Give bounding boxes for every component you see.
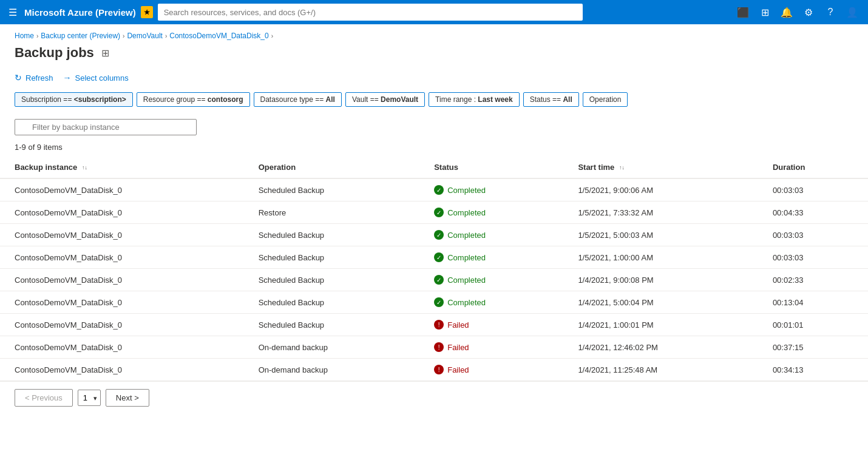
cell-duration: 00:04:33 — [758, 201, 868, 224]
breadcrumb-home[interactable]: Home — [15, 32, 34, 40]
cell-operation: Scheduled Backup — [244, 291, 420, 314]
table-row[interactable]: ContosoDemoVM_DataDisk_0 Restore ✓ Compl… — [0, 201, 868, 224]
cell-duration: 00:37:15 — [758, 336, 868, 359]
status-completed: ✓ Completed — [434, 185, 549, 195]
cell-instance: ContosoDemoVM_DataDisk_0 — [0, 201, 244, 224]
portal-menu-icon[interactable]: ⊞ — [755, 2, 775, 22]
filter-resource-group[interactable]: Resource group == contosorg — [137, 92, 250, 107]
cell-operation: Scheduled Backup — [244, 269, 420, 291]
table-header-row: Backup instance ↑↓ Operation Status Star… — [0, 157, 868, 178]
status-icon-completed: ✓ — [434, 252, 444, 262]
main-content: Home › Backup center (Preview) › DemoVau… — [0, 24, 868, 460]
status-text: Failed — [447, 365, 469, 374]
count-row: 1-9 of 9 items — [0, 140, 868, 157]
filter-status[interactable]: Status == All — [523, 92, 579, 107]
cell-instance: ContosoDemoVM_DataDisk_0 — [0, 291, 244, 314]
col-duration: Duration — [758, 157, 868, 178]
status-text: Completed — [447, 276, 486, 285]
global-search-input[interactable] — [158, 4, 583, 21]
pagination: < Previous 1 Next > — [0, 381, 868, 414]
toolbar: ↻ Refresh → Select columns — [0, 70, 868, 92]
next-button[interactable]: Next > — [106, 389, 149, 407]
backup-jobs-table: Backup instance ↑↓ Operation Status Star… — [0, 157, 868, 381]
topbar-icon-group: ⬛ ⊞ 🔔 ⚙ ? 👤 — [733, 2, 862, 22]
col-start-time[interactable]: Start time ↑↓ — [563, 157, 758, 178]
sort-icon-start-time: ↑↓ — [619, 165, 625, 171]
breadcrumb-backup-center[interactable]: Backup center (Preview) — [41, 32, 120, 40]
filter-operation-label: Operation — [589, 95, 622, 104]
cell-operation: Scheduled Backup — [244, 314, 420, 336]
status-text: Failed — [447, 320, 469, 330]
refresh-icon: ↻ — [15, 73, 22, 83]
breadcrumb-sep-3: › — [165, 33, 167, 39]
table-row[interactable]: ContosoDemoVM_DataDisk_0 Scheduled Backu… — [0, 224, 868, 246]
status-icon-completed: ✓ — [434, 230, 444, 240]
help-icon[interactable]: ? — [821, 2, 840, 22]
filter-vault-label: Vault == DemoVault — [352, 95, 418, 104]
columns-label: Select columns — [75, 73, 129, 83]
cell-operation: On-demand backup — [244, 336, 420, 359]
cell-status: ✓ Completed — [419, 269, 563, 291]
cloud-shell-icon[interactable]: ⬛ — [733, 2, 753, 22]
table-row[interactable]: ContosoDemoVM_DataDisk_0 Scheduled Backu… — [0, 269, 868, 291]
table-row[interactable]: ContosoDemoVM_DataDisk_0 Scheduled Backu… — [0, 178, 868, 201]
cell-instance: ContosoDemoVM_DataDisk_0 — [0, 336, 244, 359]
table-row[interactable]: ContosoDemoVM_DataDisk_0 Scheduled Backu… — [0, 314, 868, 336]
filter-vault[interactable]: Vault == DemoVault — [345, 92, 425, 107]
cell-operation: On-demand backup — [244, 359, 420, 381]
columns-icon: → — [63, 73, 72, 83]
status-text: Completed — [447, 298, 486, 307]
count-label: 1-9 of 9 items — [15, 143, 63, 152]
breadcrumb-sep-4: › — [271, 33, 273, 39]
cell-instance: ContosoDemoVM_DataDisk_0 — [0, 314, 244, 336]
notifications-icon[interactable]: 🔔 — [777, 2, 796, 22]
search-filter-row — [0, 114, 868, 140]
status-completed: ✓ Completed — [434, 208, 549, 217]
cell-instance: ContosoDemoVM_DataDisk_0 — [0, 246, 244, 269]
settings-icon[interactable]: ⚙ — [799, 2, 818, 22]
status-text: Failed — [447, 343, 469, 352]
status-icon-failed: ! — [434, 320, 444, 330]
cell-status: ✓ Completed — [419, 246, 563, 269]
page-title: Backup jobs — [15, 45, 94, 61]
status-text: Completed — [447, 186, 486, 195]
app-title: Microsoft Azure (Preview) — [24, 7, 136, 18]
status-text: Completed — [447, 231, 486, 240]
cell-operation: Scheduled Backup — [244, 246, 420, 269]
breadcrumb-vm-disk[interactable]: ContosoDemoVM_DataDisk_0 — [169, 32, 268, 40]
refresh-label: Refresh — [25, 73, 53, 83]
status-icon-completed: ✓ — [434, 185, 444, 195]
cell-operation: Restore — [244, 201, 420, 224]
cell-duration: 00:03:03 — [758, 224, 868, 246]
filter-subscription[interactable]: Subscription == <subscription> — [15, 92, 133, 107]
cell-instance: ContosoDemoVM_DataDisk_0 — [0, 178, 244, 201]
table-row[interactable]: ContosoDemoVM_DataDisk_0 Scheduled Backu… — [0, 246, 868, 269]
filter-time-range[interactable]: Time range : Last week — [429, 92, 520, 107]
search-backup-instance-input[interactable] — [15, 119, 197, 135]
filter-operation[interactable]: Operation — [583, 92, 628, 107]
cell-status: ✓ Completed — [419, 201, 563, 224]
account-icon[interactable]: 👤 — [843, 2, 862, 22]
filter-datasource-type[interactable]: Datasource type == All — [254, 92, 342, 107]
cell-duration: 00:02:33 — [758, 269, 868, 291]
refresh-button[interactable]: ↻ Refresh — [15, 70, 53, 85]
select-columns-button[interactable]: → Select columns — [63, 70, 129, 85]
col-backup-instance[interactable]: Backup instance ↑↓ — [0, 157, 244, 178]
breadcrumb-demovault[interactable]: DemoVault — [127, 32, 162, 40]
status-icon-completed: ✓ — [434, 208, 444, 217]
filter-bar: Subscription == <subscription> Resource … — [0, 92, 868, 114]
hamburger-icon[interactable]: ☰ — [6, 4, 19, 21]
breadcrumb: Home › Backup center (Preview) › DemoVau… — [0, 24, 868, 42]
cell-instance: ContosoDemoVM_DataDisk_0 — [0, 359, 244, 381]
status-completed: ✓ Completed — [434, 230, 549, 240]
table-row[interactable]: ContosoDemoVM_DataDisk_0 On-demand backu… — [0, 336, 868, 359]
table-row[interactable]: ContosoDemoVM_DataDisk_0 Scheduled Backu… — [0, 291, 868, 314]
status-text: Completed — [447, 253, 486, 262]
page-title-icon[interactable]: ⊞ — [101, 47, 109, 59]
cell-status: ✓ Completed — [419, 178, 563, 201]
cell-instance: ContosoDemoVM_DataDisk_0 — [0, 224, 244, 246]
table-row[interactable]: ContosoDemoVM_DataDisk_0 On-demand backu… — [0, 359, 868, 381]
page-select[interactable]: 1 — [78, 390, 101, 406]
previous-button[interactable]: < Previous — [15, 389, 73, 407]
table-container: Backup instance ↑↓ Operation Status Star… — [0, 157, 868, 381]
